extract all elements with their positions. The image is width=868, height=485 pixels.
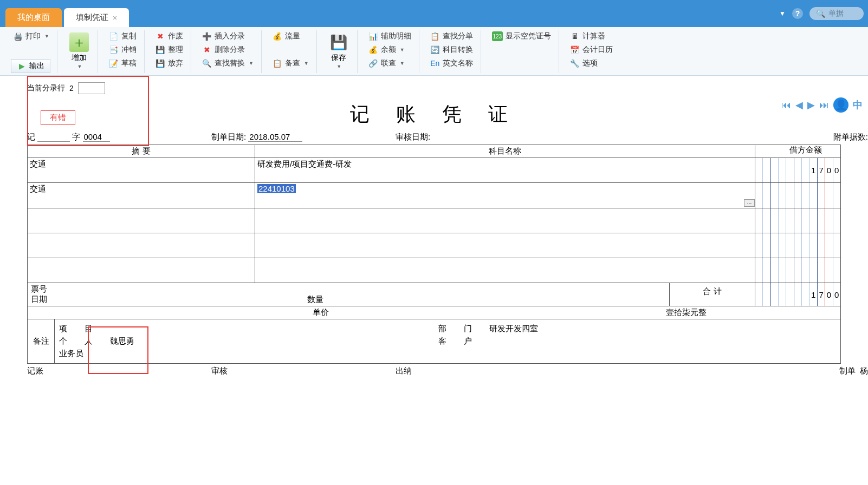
reverse-button[interactable]: 📑冲销 xyxy=(107,44,139,56)
copy-icon: 📄 xyxy=(109,31,119,41)
debit-cell[interactable] xyxy=(755,233,841,258)
account-cell[interactable] xyxy=(255,208,755,233)
attach-label: 附单据数: xyxy=(833,132,868,141)
backup-button[interactable]: 📋备查▼ xyxy=(270,57,311,69)
void-button[interactable]: ✖作废 xyxy=(153,30,185,42)
col-account: 科目名称 xyxy=(255,145,755,158)
summary-cell[interactable]: 交通 xyxy=(28,183,255,208)
tab-voucher-label: 填制凭证 xyxy=(76,12,108,23)
table-row[interactable]: 交通 研发费用/项目交通费-研发 1700 xyxy=(28,158,841,183)
account-cell[interactable]: 22410103... xyxy=(255,183,755,208)
save-icon: 💾 xyxy=(329,32,348,52)
cur-entry-no: 2 xyxy=(69,84,74,93)
person-value[interactable]: 魏思勇 xyxy=(110,336,134,346)
audit-date-label: 审核日期: xyxy=(396,132,430,141)
export-icon: ▶ xyxy=(17,61,27,71)
table-row[interactable] xyxy=(28,208,841,233)
options-icon: 🔧 xyxy=(570,58,580,68)
chinese-amount: 壹拾柒元整 xyxy=(666,307,837,318)
error-flag[interactable]: 有错 xyxy=(41,110,75,125)
show-empty-button[interactable]: 123显示空凭证号 xyxy=(490,30,553,42)
save-button[interactable]: 💾 保存▼ xyxy=(326,30,352,71)
dept-value[interactable]: 研发开发四室 xyxy=(489,324,538,334)
insert-icon: ➕ xyxy=(202,31,212,41)
flow-button[interactable]: 💰流量 xyxy=(270,30,311,42)
close-icon[interactable]: × xyxy=(113,14,117,22)
calendar-icon: 📅 xyxy=(570,45,580,55)
delete-icon: ✖ xyxy=(202,45,212,55)
voucher-no-input[interactable] xyxy=(83,132,110,142)
print-button[interactable]: 🖨️打印▼ xyxy=(11,30,51,42)
ticket-label: 票号 xyxy=(31,284,47,293)
search-placeholder: 单据 xyxy=(828,9,844,18)
remark-label: 备注 xyxy=(28,319,55,363)
tab-bar: 我的桌面 填制凭证 × ▼ ? 🔍 单据 xyxy=(0,5,868,27)
date-label: 日期 xyxy=(31,294,307,305)
calc-button[interactable]: 🖩计算器 xyxy=(568,30,615,42)
tidy-button[interactable]: 💾整理 xyxy=(153,44,185,56)
acct-conv-button[interactable]: 🔄科目转换 xyxy=(428,44,475,56)
options-button[interactable]: 🔧选项 xyxy=(568,57,615,69)
sign-maker: 制单 xyxy=(839,366,856,375)
aux-button[interactable]: 📊辅助明细 xyxy=(366,30,413,42)
summary-cell[interactable] xyxy=(28,258,255,283)
conv-icon: 🔄 xyxy=(430,45,440,55)
type-input[interactable] xyxy=(37,132,70,142)
backup-icon: 📋 xyxy=(273,58,282,68)
table-row[interactable]: 交通 22410103... xyxy=(28,183,841,208)
account-cell[interactable]: 研发费用/项目交通费-研发 xyxy=(255,158,755,183)
abandon-icon: 💾 xyxy=(156,58,165,68)
voucher-title: 记 账 凭 证 xyxy=(27,101,841,128)
type-suffix: 字 xyxy=(72,132,80,141)
summary-cell[interactable]: 交通 xyxy=(28,158,255,183)
balance-icon: 💰 xyxy=(368,45,378,55)
project-label: 项 目 xyxy=(59,324,100,334)
col-summary: 摘 要 xyxy=(28,145,255,158)
tab-desktop[interactable]: 我的桌面 xyxy=(5,8,62,27)
find-replace-button[interactable]: 🔍查找替换▼ xyxy=(200,57,256,69)
add-icon: ＋ xyxy=(69,32,89,52)
debit-cell[interactable] xyxy=(755,183,841,208)
calc-icon: 🖩 xyxy=(570,31,580,41)
find-icon: 🔍 xyxy=(202,58,212,68)
empty-icon: 123 xyxy=(492,31,503,41)
copy-button[interactable]: 📄复制 xyxy=(107,30,139,42)
export-button[interactable]: ▶输出 xyxy=(11,59,50,73)
account-cell[interactable] xyxy=(255,258,755,283)
sign-cashier: 出纳 xyxy=(396,366,580,376)
search-icon: 🔍 xyxy=(816,9,825,18)
voucher-table: 摘 要 科目名称 借方金额 交通 研发费用/项目交通费-研发 1700交通 22… xyxy=(27,145,841,283)
sign-maker-val: 杨 xyxy=(860,366,868,375)
summary-cell[interactable] xyxy=(28,233,255,258)
total-label: 合 计 xyxy=(669,283,755,306)
account-cell[interactable] xyxy=(255,233,755,258)
abandon-button[interactable]: 💾放弃 xyxy=(153,57,185,69)
biz-label: 业务员 xyxy=(59,349,83,359)
help-icon[interactable]: ? xyxy=(792,8,803,19)
debit-cell[interactable]: 1700 xyxy=(755,158,841,183)
find-entry-button[interactable]: 📋查找分单 xyxy=(428,30,475,42)
calendar-button[interactable]: 📅会计日历 xyxy=(568,44,615,56)
cur-entry-input[interactable] xyxy=(78,82,105,94)
qty-label: 数量 xyxy=(307,294,323,305)
global-search[interactable]: 🔍 单据 xyxy=(809,7,864,20)
balance-button[interactable]: 💰余额▼ xyxy=(366,44,413,56)
table-row[interactable] xyxy=(28,233,841,258)
debit-cell[interactable] xyxy=(755,208,841,233)
table-row[interactable] xyxy=(28,258,841,283)
make-date-input[interactable] xyxy=(248,132,302,142)
tab-voucher[interactable]: 填制凭证 × xyxy=(64,8,129,27)
sign-audit: 审核 xyxy=(211,366,396,376)
debit-cell[interactable] xyxy=(755,258,841,283)
findentry-icon: 📋 xyxy=(430,31,440,41)
tab-dropdown-icon[interactable]: ▼ xyxy=(779,10,786,17)
summary-cell[interactable] xyxy=(28,208,255,233)
related-button[interactable]: 🔗联查▼ xyxy=(366,57,413,69)
draft-button[interactable]: 📝草稿 xyxy=(107,57,139,69)
sign-book: 记账 xyxy=(27,366,211,376)
insert-entry-button[interactable]: ➕插入分录 xyxy=(200,30,256,42)
delete-entry-button[interactable]: ✖删除分录 xyxy=(200,44,256,56)
eng-name-button[interactable]: En英文名称 xyxy=(428,57,475,69)
lookup-button[interactable]: ... xyxy=(744,199,755,207)
add-button[interactable]: ＋ 增加▼ xyxy=(66,30,92,71)
